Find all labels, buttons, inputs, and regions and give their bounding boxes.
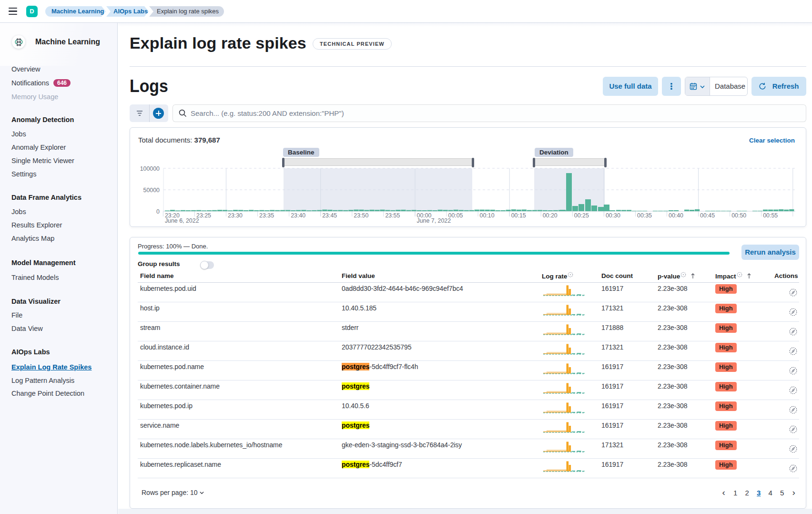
- svg-text:00:55: 00:55: [763, 212, 778, 219]
- svg-text:100000: 100000: [140, 165, 160, 172]
- svg-text:23:40: 23:40: [291, 212, 305, 219]
- svg-text:00:20: 00:20: [543, 212, 558, 219]
- svg-text:23:30: 23:30: [228, 212, 243, 219]
- svg-text:00:35: 00:35: [637, 212, 652, 219]
- svg-text:50000: 50000: [143, 187, 160, 194]
- svg-text:00:25: 00:25: [574, 212, 589, 219]
- svg-text:23:55: 23:55: [385, 212, 400, 219]
- svg-text:00:30: 00:30: [606, 212, 620, 219]
- svg-text:0: 0: [156, 208, 160, 215]
- svg-text:June 7, 2022: June 7, 2022: [417, 217, 451, 224]
- svg-text:23:50: 23:50: [354, 212, 368, 219]
- svg-text:00:45: 00:45: [700, 212, 715, 219]
- svg-text:00:40: 00:40: [669, 212, 683, 219]
- svg-text:23:45: 23:45: [322, 212, 337, 219]
- svg-text:00:15: 00:15: [511, 212, 526, 219]
- svg-text:00:50: 00:50: [731, 212, 746, 219]
- svg-text:June 6, 2022: June 6, 2022: [165, 217, 199, 224]
- svg-text:23:35: 23:35: [259, 212, 274, 219]
- svg-text:00:10: 00:10: [480, 212, 495, 219]
